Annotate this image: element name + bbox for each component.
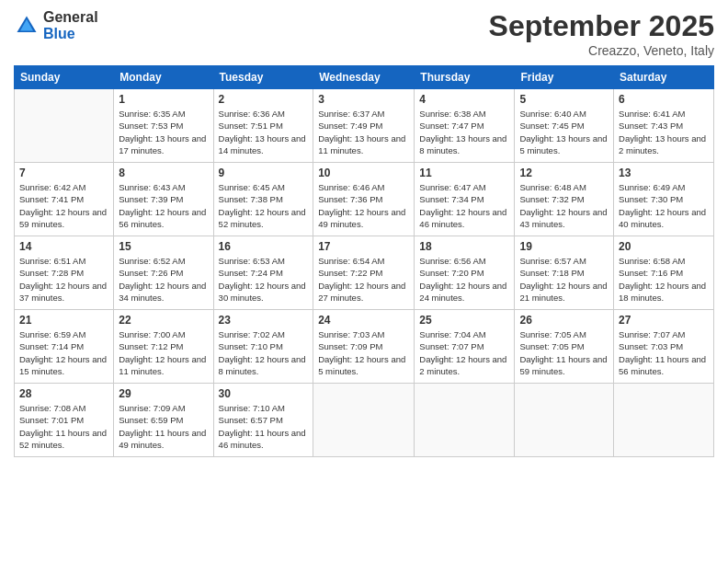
day-detail: Sunrise: 6:48 AMSunset: 7:32 PMDaylight:… — [519, 181, 609, 230]
day-detail: Sunrise: 6:42 AMSunset: 7:41 PMDaylight:… — [19, 181, 108, 230]
day-number: 2 — [219, 93, 309, 106]
table-row: 2Sunrise: 6:36 AMSunset: 7:51 PMDaylight… — [213, 89, 313, 163]
day-number: 4 — [419, 93, 509, 106]
table-row: 23Sunrise: 7:02 AMSunset: 7:10 PMDayligh… — [213, 310, 313, 384]
day-number: 20 — [619, 240, 709, 253]
day-detail: Sunrise: 6:43 AMSunset: 7:39 PMDaylight:… — [119, 181, 208, 230]
day-number: 14 — [19, 240, 108, 253]
day-detail: Sunrise: 6:59 AMSunset: 7:14 PMDaylight:… — [19, 328, 108, 377]
day-number: 1 — [119, 93, 208, 106]
day-number: 9 — [219, 167, 309, 179]
calendar-table: Sunday Monday Tuesday Wednesday Thursday… — [14, 65, 714, 457]
location-text: Creazzo, Veneto, Italy — [489, 43, 714, 58]
table-row: 4Sunrise: 6:38 AMSunset: 7:47 PMDaylight… — [415, 89, 515, 163]
table-row: 8Sunrise: 6:43 AMSunset: 7:39 PMDaylight… — [114, 163, 213, 236]
table-row: 21Sunrise: 6:59 AMSunset: 7:14 PMDayligh… — [15, 310, 114, 384]
calendar-week-row: 28Sunrise: 7:08 AMSunset: 7:01 PMDayligh… — [15, 384, 714, 457]
day-number: 12 — [519, 167, 609, 179]
day-detail: Sunrise: 6:40 AMSunset: 7:45 PMDaylight:… — [519, 108, 609, 156]
table-row — [614, 384, 714, 457]
day-detail: Sunrise: 6:49 AMSunset: 7:30 PMDaylight:… — [619, 181, 709, 230]
table-row: 1Sunrise: 6:35 AMSunset: 7:53 PMDaylight… — [114, 89, 213, 163]
day-number: 5 — [519, 93, 609, 106]
day-detail: Sunrise: 7:08 AMSunset: 7:01 PMDaylight:… — [19, 402, 108, 451]
calendar-week-row: 14Sunrise: 6:51 AMSunset: 7:28 PMDayligh… — [15, 236, 714, 310]
header-friday: Friday — [515, 66, 614, 89]
table-row: 5Sunrise: 6:40 AMSunset: 7:45 PMDaylight… — [515, 89, 614, 163]
table-row: 26Sunrise: 7:05 AMSunset: 7:05 PMDayligh… — [515, 310, 614, 384]
day-number: 18 — [419, 240, 509, 253]
table-row: 29Sunrise: 7:09 AMSunset: 6:59 PMDayligh… — [114, 384, 213, 457]
day-number: 28 — [19, 387, 108, 400]
day-number: 16 — [219, 240, 309, 253]
day-detail: Sunrise: 6:56 AMSunset: 7:20 PMDaylight:… — [419, 255, 509, 304]
table-row — [415, 384, 515, 457]
table-row: 11Sunrise: 6:47 AMSunset: 7:34 PMDayligh… — [415, 163, 515, 236]
day-detail: Sunrise: 6:47 AMSunset: 7:34 PMDaylight:… — [419, 181, 509, 230]
day-number: 30 — [219, 387, 309, 400]
day-number: 6 — [619, 93, 709, 106]
table-row: 27Sunrise: 7:07 AMSunset: 7:03 PMDayligh… — [614, 310, 714, 384]
day-detail: Sunrise: 6:38 AMSunset: 7:47 PMDaylight:… — [419, 108, 509, 156]
table-row — [515, 384, 614, 457]
day-detail: Sunrise: 6:46 AMSunset: 7:36 PMDaylight:… — [318, 181, 409, 230]
day-number: 3 — [318, 93, 409, 106]
table-row: 19Sunrise: 6:57 AMSunset: 7:18 PMDayligh… — [515, 236, 614, 310]
day-detail: Sunrise: 7:00 AMSunset: 7:12 PMDaylight:… — [119, 328, 208, 377]
day-detail: Sunrise: 7:10 AMSunset: 6:57 PMDaylight:… — [219, 402, 309, 451]
header-saturday: Saturday — [614, 66, 714, 89]
day-number: 10 — [318, 167, 409, 179]
title-block: September 2025 Creazzo, Veneto, Italy — [489, 9, 714, 58]
table-row: 24Sunrise: 7:03 AMSunset: 7:09 PMDayligh… — [313, 310, 415, 384]
table-row: 17Sunrise: 6:54 AMSunset: 7:22 PMDayligh… — [313, 236, 415, 310]
day-number: 8 — [119, 167, 208, 179]
table-row: 3Sunrise: 6:37 AMSunset: 7:49 PMDaylight… — [313, 89, 415, 163]
table-row: 25Sunrise: 7:04 AMSunset: 7:07 PMDayligh… — [415, 310, 515, 384]
table-row: 30Sunrise: 7:10 AMSunset: 6:57 PMDayligh… — [213, 384, 313, 457]
table-row — [313, 384, 415, 457]
logo: General Blue — [14, 9, 98, 41]
day-detail: Sunrise: 6:57 AMSunset: 7:18 PMDaylight:… — [519, 255, 609, 304]
table-row — [15, 89, 114, 163]
header-thursday: Thursday — [415, 66, 515, 89]
logo-general-text: General — [43, 9, 98, 26]
month-title: September 2025 — [489, 9, 714, 43]
day-detail: Sunrise: 6:52 AMSunset: 7:26 PMDaylight:… — [119, 255, 208, 304]
day-detail: Sunrise: 6:41 AMSunset: 7:43 PMDaylight:… — [619, 108, 709, 156]
table-row: 7Sunrise: 6:42 AMSunset: 7:41 PMDaylight… — [15, 163, 114, 236]
calendar-week-row: 7Sunrise: 6:42 AMSunset: 7:41 PMDaylight… — [15, 163, 714, 236]
table-row: 14Sunrise: 6:51 AMSunset: 7:28 PMDayligh… — [15, 236, 114, 310]
day-detail: Sunrise: 7:02 AMSunset: 7:10 PMDaylight:… — [219, 328, 309, 377]
calendar-week-row: 1Sunrise: 6:35 AMSunset: 7:53 PMDaylight… — [15, 89, 714, 163]
day-detail: Sunrise: 6:53 AMSunset: 7:24 PMDaylight:… — [219, 255, 309, 304]
day-number: 22 — [119, 314, 208, 327]
page-header: General Blue September 2025 Creazzo, Ven… — [14, 9, 714, 58]
header-monday: Monday — [114, 66, 213, 89]
day-detail: Sunrise: 6:54 AMSunset: 7:22 PMDaylight:… — [318, 255, 409, 304]
table-row: 16Sunrise: 6:53 AMSunset: 7:24 PMDayligh… — [213, 236, 313, 310]
day-number: 15 — [119, 240, 208, 253]
day-number: 24 — [318, 314, 409, 327]
header-tuesday: Tuesday — [213, 66, 313, 89]
logo-blue-text: Blue — [43, 26, 98, 42]
header-wednesday: Wednesday — [313, 66, 415, 89]
table-row: 13Sunrise: 6:49 AMSunset: 7:30 PMDayligh… — [614, 163, 714, 236]
day-detail: Sunrise: 7:07 AMSunset: 7:03 PMDaylight:… — [619, 328, 709, 377]
day-number: 11 — [419, 167, 509, 179]
calendar-header-row: Sunday Monday Tuesday Wednesday Thursday… — [15, 66, 714, 89]
day-detail: Sunrise: 6:36 AMSunset: 7:51 PMDaylight:… — [219, 108, 309, 156]
day-number: 25 — [419, 314, 509, 327]
day-detail: Sunrise: 6:51 AMSunset: 7:28 PMDaylight:… — [19, 255, 108, 304]
table-row: 6Sunrise: 6:41 AMSunset: 7:43 PMDaylight… — [614, 89, 714, 163]
day-detail: Sunrise: 7:03 AMSunset: 7:09 PMDaylight:… — [318, 328, 409, 377]
day-number: 21 — [19, 314, 108, 327]
calendar-week-row: 21Sunrise: 6:59 AMSunset: 7:14 PMDayligh… — [15, 310, 714, 384]
table-row: 12Sunrise: 6:48 AMSunset: 7:32 PMDayligh… — [515, 163, 614, 236]
day-detail: Sunrise: 7:09 AMSunset: 6:59 PMDaylight:… — [119, 402, 208, 451]
day-detail: Sunrise: 6:35 AMSunset: 7:53 PMDaylight:… — [119, 108, 208, 156]
table-row: 10Sunrise: 6:46 AMSunset: 7:36 PMDayligh… — [313, 163, 415, 236]
day-number: 23 — [219, 314, 309, 327]
day-number: 27 — [619, 314, 709, 327]
table-row: 15Sunrise: 6:52 AMSunset: 7:26 PMDayligh… — [114, 236, 213, 310]
header-sunday: Sunday — [15, 66, 114, 89]
